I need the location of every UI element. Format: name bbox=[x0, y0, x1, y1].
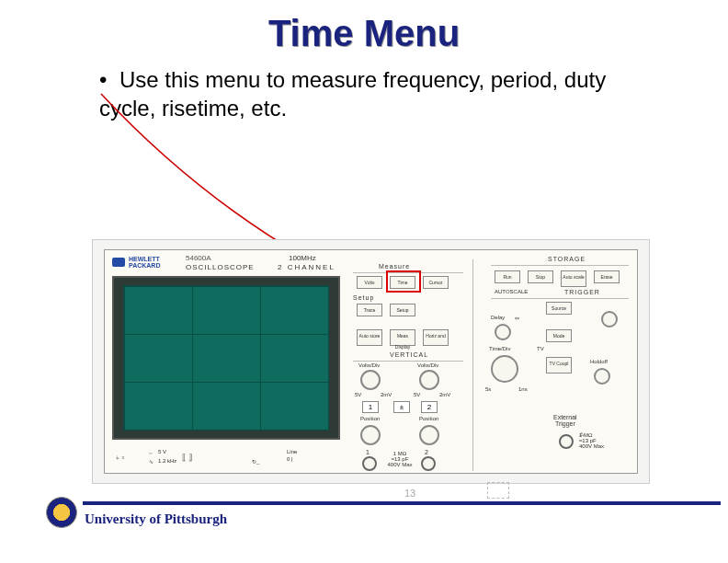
model-number: 54600A bbox=[186, 254, 211, 262]
storage-section-label: STORAGE bbox=[548, 256, 586, 262]
source-button[interactable]: Source bbox=[546, 302, 572, 315]
ch2-volts-knob[interactable] bbox=[419, 370, 439, 390]
ch2-5v-label: 5V bbox=[414, 392, 420, 397]
line-status: 0 | bbox=[287, 456, 293, 462]
probe-5v-label: 5 V bbox=[158, 449, 166, 454]
ch2-bnc[interactable] bbox=[421, 456, 436, 471]
ch1-volts-knob[interactable] bbox=[360, 370, 381, 390]
measure-divider bbox=[353, 272, 463, 273]
ch2-2mv-label: 2mV bbox=[439, 392, 450, 397]
probe-loop-icon: ↻_ bbox=[252, 458, 259, 465]
timediv-knob[interactable] bbox=[491, 355, 518, 383]
autoscale-tag: AUTOSCALE bbox=[495, 289, 528, 294]
ch1-position-knob[interactable] bbox=[360, 425, 381, 445]
ext-impedance-label: 1 MΩ ≈13 pF 400V Max bbox=[579, 432, 625, 449]
run-button[interactable]: Run bbox=[495, 270, 520, 283]
stop-button[interactable]: Stop bbox=[528, 270, 553, 283]
erase-button[interactable]: Erase bbox=[594, 270, 620, 283]
ch2-bnc-label: 2 bbox=[425, 449, 428, 455]
oscilloscope-figure: HEWLETT PACKARD 54600A OSCILLOSCOPE 100M… bbox=[92, 239, 650, 484]
ch1-bnc[interactable] bbox=[362, 456, 377, 471]
ch1-bnc-label: 1 bbox=[366, 449, 370, 455]
tv-couple-button[interactable]: TV Coupl bbox=[546, 357, 572, 373]
oscilloscope-panel: HEWLETT PACKARD 54600A OSCILLOSCOPE 100M… bbox=[104, 249, 638, 474]
bullet-content: Use this menu to measure frequency, peri… bbox=[99, 67, 606, 121]
warning-icon: ⚠ bbox=[579, 431, 584, 437]
footer-rule bbox=[83, 501, 721, 505]
probe-ac-icon: ∿ bbox=[149, 458, 154, 465]
ch2-position-knob[interactable] bbox=[419, 425, 439, 445]
brand-line2: PACKARD bbox=[129, 262, 160, 269]
holdoff-label: Holdoff bbox=[590, 359, 608, 364]
panel-divider-v bbox=[472, 259, 473, 471]
ch-impedance-label: 1 MΩ ≈13 pF 400V Max bbox=[381, 451, 419, 467]
ground-icon: ⏚ ▯ bbox=[116, 454, 125, 460]
bandwidth-label: 100MHz bbox=[289, 254, 316, 262]
hp-logo-icon bbox=[112, 258, 125, 267]
vertical-divider bbox=[353, 361, 463, 362]
university-seal-icon bbox=[46, 497, 77, 528]
autoscale-button[interactable]: Auto scale bbox=[561, 270, 586, 287]
measure-section-label: Measure bbox=[379, 263, 410, 270]
setup-section-label: Setup bbox=[353, 294, 374, 301]
holdoff-knob[interactable] bbox=[594, 368, 610, 385]
time-5s-label: 5s bbox=[485, 386, 491, 392]
cursor-button[interactable]: Cursor bbox=[423, 276, 449, 289]
volts-button[interactable]: Volts bbox=[357, 276, 382, 289]
ext-trigger-bnc[interactable] bbox=[559, 434, 574, 449]
placeholder-box bbox=[487, 482, 509, 499]
crt-grid bbox=[124, 286, 328, 430]
voltsdiv-label-1: Volts/Div bbox=[358, 362, 380, 368]
probe-hz-label: 1.2 kHz bbox=[158, 458, 176, 464]
crt-bezel bbox=[112, 276, 340, 440]
mode-button[interactable]: Mode bbox=[546, 329, 572, 342]
brand-block: HEWLETT PACKARD bbox=[112, 256, 160, 269]
slide-title: Time Menu bbox=[0, 0, 728, 54]
level-knob[interactable] bbox=[601, 311, 618, 327]
delay-arrows-icon: ⇔ bbox=[515, 315, 519, 321]
ch1-number-box[interactable]: 1 bbox=[362, 401, 379, 413]
bullet-text: •Use this menu to measure frequency, per… bbox=[0, 54, 625, 122]
delay-label: Delay bbox=[491, 315, 505, 320]
trace-button[interactable]: Trace bbox=[357, 304, 382, 316]
position-label-2: Position bbox=[419, 416, 438, 421]
channels-label: 2 CHANNEL bbox=[278, 263, 336, 271]
external-trigger-label: External Trigger bbox=[553, 414, 577, 427]
slide-number: 13 bbox=[404, 488, 415, 499]
autostore-button[interactable]: Auto store bbox=[357, 329, 382, 346]
brand-line1: HEWLETT bbox=[129, 256, 160, 262]
trigger-section-label: TRIGGER bbox=[564, 289, 600, 295]
trigger-divider bbox=[491, 298, 629, 299]
setup-button[interactable]: Setup bbox=[390, 304, 415, 316]
ch2-number-box[interactable]: 2 bbox=[421, 401, 438, 413]
voltsdiv-label-2: Volts/Div bbox=[417, 362, 438, 368]
bullet-icon: • bbox=[99, 65, 119, 94]
vertical-section-label: VERTICAL bbox=[390, 351, 428, 358]
storage-divider bbox=[491, 265, 629, 266]
ch1-2mv-label: 2mV bbox=[381, 392, 392, 397]
oscilloscope-label: OSCILLOSCOPE bbox=[186, 263, 255, 271]
timediv-label: Time/Div bbox=[489, 346, 510, 351]
position-label-1: Position bbox=[360, 416, 380, 421]
time-1ns-label: 1ns bbox=[518, 386, 528, 392]
horiz-button[interactable]: Horiz and bbox=[423, 329, 449, 346]
probe-dc-icon: ⎓ bbox=[149, 451, 153, 456]
tv-label: TV bbox=[537, 346, 544, 351]
time-button[interactable]: Time bbox=[390, 276, 415, 289]
line-label: Line bbox=[287, 449, 297, 454]
university-name: University of Pittsburgh bbox=[85, 511, 227, 527]
ch1-5v-label: 5V bbox=[355, 392, 361, 397]
delay-knob[interactable] bbox=[495, 324, 511, 340]
meas-display-button[interactable]: Meas Display bbox=[390, 329, 415, 346]
crt-screen bbox=[123, 285, 329, 431]
probe-bracket-icon: ⟦ ⟧ bbox=[182, 453, 192, 462]
plus-minus-box[interactable]: ± bbox=[393, 401, 410, 413]
